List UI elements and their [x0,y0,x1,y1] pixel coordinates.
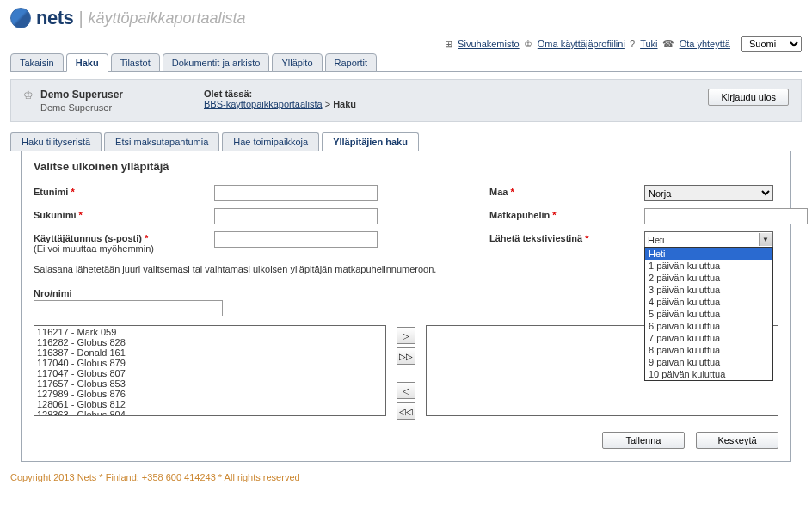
list-item[interactable]: 117047 - Globus 807 [35,368,384,378]
last-name-label: Sukunimi * [34,208,214,220]
sms-label: Lähetä tekstiviestinä * [489,231,644,243]
breadcrumb-link[interactable]: BBS-käyttöpaikkaportaalista [204,99,323,109]
user-id-label: Käyttäjätunnus (s-posti) * (Ei voi muutt… [34,231,214,254]
sms-option[interactable]: 4 päivän kuluttua [645,296,772,308]
list-item[interactable]: 127989 - Globus 876 [35,389,384,399]
move-left-button[interactable]: ◁ [397,382,415,399]
sitemap-link[interactable]: Sivuhakemisto [458,39,520,49]
country-select[interactable]: Norja [644,185,773,201]
footer-text: Copyright 2013 Nets * Finland: +358 600 … [0,462,812,489]
tab-documents[interactable]: Dokumentit ja arkisto [163,53,270,72]
brand-separator: | [78,9,83,28]
user-name: Demo Superuser [40,89,187,101]
breadcrumb-current: Haku [333,99,356,109]
tab-stats[interactable]: Tilastot [111,53,160,72]
sms-option[interactable]: 8 päivän kuluttua [645,344,772,356]
tab-reports[interactable]: Raportit [325,53,378,72]
sms-select-value: Heti [648,235,665,245]
move-all-right-button[interactable]: ▷▷ [397,347,415,365]
brand-name: nets [36,7,73,29]
first-name-input[interactable] [214,185,378,201]
move-all-left-button[interactable]: ◁◁ [397,402,415,420]
sms-select[interactable]: Heti ▼ Heti 1 päivän kuluttua 2 päivän k… [644,231,773,248]
app-header: nets | käyttöpaikkaportaalista [0,0,812,33]
sitemap-icon: ⊞ [445,39,452,49]
sms-dropdown-list[interactable]: Heti 1 päivän kuluttua 2 päivän kuluttua… [644,247,773,381]
subtab-admins[interactable]: Ylläpitäjien haku [322,132,419,151]
cancel-button[interactable]: Keskeytä [696,432,778,449]
subtab-locations[interactable]: Hae toimipaikkoja [222,132,319,151]
logout-button[interactable]: Kirjaudu ulos [708,89,789,106]
brand-subtitle: käyttöpaikkaportaalista [88,9,245,28]
breadcrumb-label: Olet tässä: [204,89,708,99]
help-icon: ? [630,39,635,49]
save-button[interactable]: Tallenna [602,432,685,449]
logo-icon [10,8,31,28]
language-select[interactable]: Suomi [741,36,802,52]
list-item[interactable]: 117040 - Globus 879 [35,358,384,368]
action-row: Tallenna Keskeytä [34,432,778,449]
sms-option[interactable]: 7 päivän kuluttua [645,332,772,344]
sms-select-display[interactable]: Heti ▼ [644,231,773,248]
page-title: Valitse ulkoinen ylläpitäjä [34,160,778,173]
tab-search[interactable]: Haku [66,53,108,72]
list-item[interactable]: 128363 - Globus 804 [35,409,384,416]
sub-tabs: Haku tilityseristä Etsi maksutapahtumia … [10,132,802,151]
list-item[interactable]: 116282 - Globus 828 [35,337,384,347]
subtab-transactions[interactable]: Etsi maksutapahtumia [104,132,219,151]
subtab-settlements[interactable]: Haku tilityseristä [10,132,102,151]
user-id-note: (Ei voi muuttaa myöhemmin) [34,243,154,254]
mobile-input[interactable] [644,208,808,224]
breadcrumb: Olet tässä: BBS-käyttöpaikkaportaalista … [187,89,708,109]
phone-icon: ☎ [662,39,674,49]
last-name-input[interactable] [214,208,378,224]
user-info: Demo Superuser Demo Superuser [40,89,187,113]
sms-option[interactable]: 3 päivän kuluttua [645,284,772,296]
list-item[interactable]: 117657 - Globus 853 [35,378,384,389]
content-panel: Valitse ulkoinen ylläpitäjä Etunimi * Ma… [21,151,791,462]
utility-bar: ⊞ Sivuhakemisto ♔ Oma käyttäjäprofiilini… [0,33,812,53]
breadcrumb-sep: > [325,99,333,109]
tab-maintenance[interactable]: Ylläpito [272,53,322,72]
mobile-label: Matkapuhelin * [489,208,644,220]
form-grid: Etunimi * Maa * Norja Sukunimi * Matkapu… [34,185,778,254]
sms-option[interactable]: 10 päivän kuluttua [645,368,772,380]
available-listbox[interactable]: 116217 - Mark 059 116282 - Globus 828 11… [34,325,386,416]
sms-option[interactable]: 6 päivän kuluttua [645,320,772,332]
user-icon: ♔ [524,39,532,49]
sub-tabs-wrap: Haku tilityseristä Etsi maksutapahtumia … [10,132,802,462]
sms-option[interactable]: Heti [645,248,772,260]
list-item[interactable]: 128061 - Globus 812 [35,399,384,409]
help-link[interactable]: Tuki [640,39,657,49]
sms-option[interactable]: 1 päivän kuluttua [645,260,772,272]
user-subtitle: Demo Superuser [40,102,187,113]
sms-option[interactable]: 2 päivän kuluttua [645,272,772,284]
filter-input[interactable] [34,300,223,316]
sms-option[interactable]: 5 päivän kuluttua [645,308,772,320]
list-item[interactable]: 116387 - Donald 161 [35,347,384,358]
first-name-label: Etunimi * [34,185,214,197]
sms-option[interactable]: 9 päivän kuluttua [645,356,772,368]
user-id-input[interactable] [214,231,378,248]
chevron-down-icon: ▼ [759,233,772,246]
contact-link[interactable]: Ota yhteyttä [680,39,730,49]
move-buttons: ▷ ▷▷ ◁ ◁◁ [397,327,415,420]
avatar-icon: ♔ [23,89,34,101]
country-label: Maa * [489,185,644,197]
profile-link[interactable]: Oma käyttäjäprofiilini [538,39,625,49]
main-tabs: Takaisin Haku Tilastot Dokumentit ja ark… [0,53,812,72]
move-right-button[interactable]: ▷ [397,327,415,344]
tab-back[interactable]: Takaisin [10,53,64,72]
user-panel: ♔ Demo Superuser Demo Superuser Olet täs… [10,79,802,122]
list-item[interactable]: 116217 - Mark 059 [35,327,384,337]
